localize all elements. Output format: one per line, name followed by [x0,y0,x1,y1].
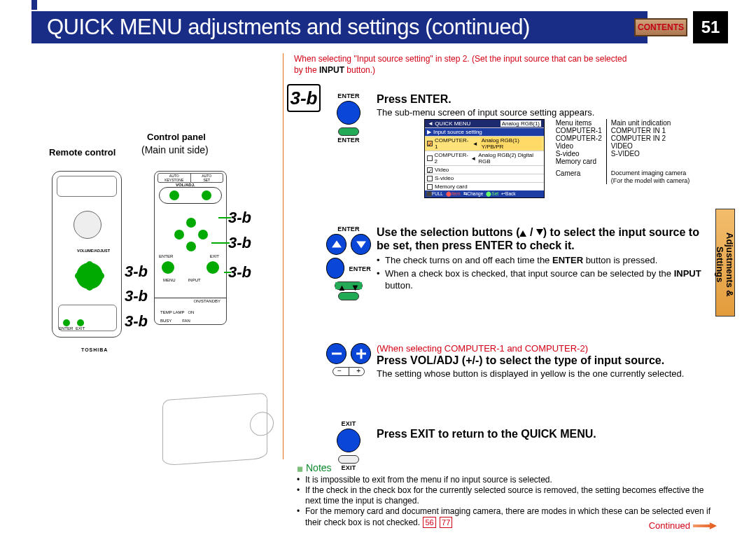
projector-illustration [162,393,267,466]
voladj-heading: Press VOL/ADJ (+/-) to select the type o… [377,354,708,367]
page-number: 51 [693,11,728,43]
triangle-down-icon [536,229,543,235]
enter-button-icon [337,101,360,125]
remote-control-label: Remote control [49,147,115,158]
panel-voladj-pill: − + [332,367,365,376]
enter-label-top2: ENTER [326,225,371,232]
callout-3b-5: 3-b [125,287,148,305]
continued-label: Continued [649,520,717,531]
step-select-source: ENTER ENTER ▲▼ Use the selection buttons… [293,225,708,292]
content-area: When selecting "Input source setting" in… [293,53,708,76]
step-exit: EXIT EXIT Press EXIT to return to the QU… [293,420,708,452]
triangle-up-icon [519,230,526,237]
callout-3b-3: 3-b [228,263,251,282]
remote-outline [52,171,122,338]
side-tab-adjustments[interactable]: Adjustments & Settings [715,209,735,317]
panel-outline: AUTOKEYSTONE AUTOSET VOL/ADJ. ENTER EXIT… [154,171,227,325]
vertical-divider [283,53,284,459]
select-source-heading: Use the selection buttons ( / ) to selec… [377,225,708,252]
page-ref-56[interactable]: 56 [423,517,435,528]
exit-heading: Press EXIT to return to the QUICK MENU. [377,420,708,440]
panel-enter-pill [338,127,359,136]
press-enter-body: The sub-menu screen of input source sett… [377,107,708,119]
select-source-note-2: When a check box is checked, that input … [377,268,708,292]
callout-3b-4: 3-b [125,263,148,281]
up-button-icon [326,234,346,255]
menu-items-table: Menu itemsMain unit indication COMPUTER-… [552,119,713,184]
enter-button-icon-2 [326,258,344,279]
select-source-note-1: The check turns on and off each time the… [377,255,708,267]
notes-section: Notes It is impossible to exit from the … [297,462,717,528]
voladj-body: The setting whose button is displayed in… [377,368,708,380]
panel-updown-pill: ▲▼ [335,282,363,290]
osd-screenshot: ◄ QUICK MENUAnalog RGB(1) ▶Input source … [424,119,545,198]
press-enter-heading: Press ENTER. [377,92,708,106]
contents-button[interactable]: CONTENTS [634,18,687,36]
exit-label-top: EXIT [326,420,371,427]
note-1: It is impossible to exit from the menu i… [297,475,717,485]
top-warning: When selecting "Input source setting" in… [293,53,708,76]
page-ref-77[interactable]: 77 [440,517,452,528]
accent-top [31,0,37,10]
plus-button-icon [351,343,371,364]
minus-button-icon [326,343,346,364]
submenu-inset: ◄ QUICK MENUAnalog RGB(1) ▶Input source … [424,119,715,198]
computer-selection-note: (When selecting COMPUTER-1 and COMPUTER-… [377,343,708,354]
page-title: QUICK MENU adjustments and settings (con… [31,11,648,43]
callout-3b-1: 3-b [228,209,251,227]
control-panel-sublabel: (Main unit side) [141,144,209,155]
step-voladj: − + (When selecting COMPUTER-1 and COMPU… [293,343,708,380]
control-panel-label: Control panel [147,132,206,142]
down-button-icon [351,234,371,255]
exit-button-icon [337,429,360,452]
brand-label: TOSHIBA [81,347,108,352]
title-bar: QUICK MENU adjustments and settings (con… [31,11,728,43]
panel-enter-pill-2 [338,292,359,300]
callout-3b-2: 3-b [228,234,251,252]
enter-label-top: ENTER [326,92,371,99]
callout-3b-6: 3-b [125,312,148,331]
continued-arrow-icon [693,522,717,529]
side-tab-label: Adjustments & Settings [716,209,734,316]
notes-heading: Notes [297,462,717,473]
note-2: If the check in the check box for the cu… [297,485,717,506]
enter-label-bot: ENTER [326,137,371,144]
